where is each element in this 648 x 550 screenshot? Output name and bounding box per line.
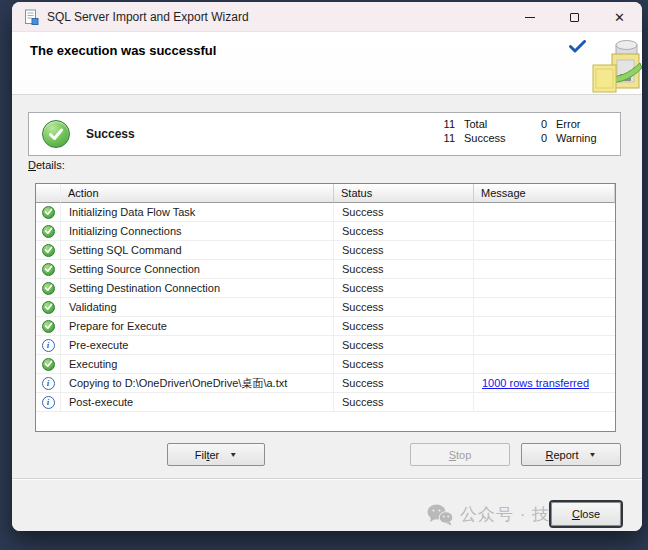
info-icon: i [42, 396, 55, 409]
row-action: Pre-execute [61, 336, 334, 354]
execution-stats: 11 Total 0 Error 11 Success 0 Warning [435, 118, 608, 144]
row-status: Success [334, 260, 474, 278]
close-button[interactable]: Close [551, 502, 621, 526]
table-row[interactable]: ValidatingSuccess [36, 298, 615, 317]
row-action: Executing [61, 355, 334, 373]
report-button[interactable]: Report ▼ [521, 443, 621, 466]
window-close-button[interactable]: ✕ [597, 2, 642, 32]
table-header: Action Status Message [36, 184, 615, 203]
stat-warning-label: Warning [556, 132, 608, 144]
success-icon [42, 320, 55, 333]
summary-panel: Success 11 Total 0 Error 11 Success 0 Wa… [28, 112, 621, 156]
minimize-button[interactable] [507, 2, 552, 32]
details-table-rows: Initializing Data Flow TaskSuccessInitia… [36, 203, 615, 412]
row-action: Prepare for Execute [61, 317, 334, 335]
success-icon [42, 206, 55, 219]
rows-transferred-link[interactable]: 1000 rows transferred [482, 377, 589, 389]
row-action: Setting Source Connection [61, 260, 334, 278]
header-banner: The execution was successful [12, 32, 642, 95]
row-status: Success [334, 279, 474, 297]
row-action: Post-execute [61, 393, 334, 411]
column-header-message[interactable]: Message [474, 184, 615, 203]
wizard-window: SQL Server Import and Export Wizard ✕ Th… [12, 2, 642, 531]
table-row[interactable]: Setting Destination ConnectionSuccess [36, 279, 615, 298]
row-status: Success [334, 393, 474, 411]
stat-error-label: Error [556, 118, 608, 130]
column-header-status[interactable]: Status [334, 184, 474, 203]
details-label: Details: [28, 159, 65, 171]
row-status: Success [334, 374, 474, 392]
row-status: Success [334, 222, 474, 240]
table-row[interactable]: Initializing ConnectionsSuccess [36, 222, 615, 241]
details-table[interactable]: Action Status Message Initializing Data … [35, 183, 616, 432]
column-header-action[interactable]: Action [61, 184, 334, 203]
row-action: Copying to D:\OneDriver\OneDrive\桌面\a.tx… [61, 374, 334, 392]
chevron-down-icon: ▼ [229, 451, 237, 459]
stop-button[interactable]: Stop [410, 443, 510, 466]
success-icon [42, 225, 55, 238]
success-icon [42, 301, 55, 314]
column-header-icon[interactable] [36, 184, 61, 203]
window-title: SQL Server Import and Export Wizard [47, 10, 249, 24]
divider [12, 478, 642, 480]
row-action: Validating [61, 298, 334, 316]
page-title: The execution was successful [30, 43, 216, 58]
success-check-icon [42, 120, 70, 148]
table-row[interactable]: Initializing Data Flow TaskSuccess [36, 203, 615, 222]
maximize-icon [570, 13, 579, 22]
row-action: Initializing Data Flow Task [61, 203, 334, 221]
table-row[interactable]: Setting SQL CommandSuccess [36, 241, 615, 260]
table-row[interactable]: iPre-executeSuccess [36, 336, 615, 355]
wechat-icon [427, 504, 453, 526]
success-icon [42, 244, 55, 257]
app-icon [23, 9, 39, 25]
minimize-icon [525, 17, 535, 18]
row-status: Success [334, 203, 474, 221]
row-status: Success [334, 317, 474, 335]
info-icon: i [42, 339, 55, 352]
info-icon: i [42, 377, 55, 390]
stat-total-label: Total [464, 118, 526, 130]
table-row[interactable]: iPost-executeSuccess [36, 393, 615, 412]
row-action: Initializing Connections [61, 222, 334, 240]
wizard-graphic [592, 39, 642, 95]
row-status: Success [334, 336, 474, 354]
blue-check-icon [569, 40, 586, 53]
row-status: Success [334, 298, 474, 316]
dialog-body: Success 11 Total 0 Error 11 Success 0 Wa… [12, 95, 642, 531]
row-action: Setting Destination Connection [61, 279, 334, 297]
filter-button[interactable]: Filter ▼ [167, 443, 265, 466]
success-icon [42, 263, 55, 276]
table-row[interactable]: Setting Source ConnectionSuccess [36, 260, 615, 279]
stat-warning-value: 0 [535, 132, 547, 144]
stat-success-label: Success [464, 132, 526, 144]
row-status: Success [334, 355, 474, 373]
title-bar[interactable]: SQL Server Import and Export Wizard ✕ [12, 2, 642, 32]
success-icon [42, 282, 55, 295]
stat-error-value: 0 [535, 118, 547, 130]
table-row[interactable]: iCopying to D:\OneDriver\OneDrive\桌面\a.t… [36, 374, 615, 393]
success-icon [42, 358, 55, 371]
stat-total-value: 11 [435, 118, 455, 130]
table-row[interactable]: ExecutingSuccess [36, 355, 615, 374]
stat-success-value: 11 [435, 132, 455, 144]
row-status: Success [334, 241, 474, 259]
summary-status-label: Success [86, 127, 135, 141]
table-row[interactable]: Prepare for ExecuteSuccess [36, 317, 615, 336]
close-icon: ✕ [614, 11, 625, 24]
maximize-button[interactable] [552, 2, 597, 32]
chevron-down-icon: ▼ [589, 451, 597, 459]
row-action: Setting SQL Command [61, 241, 334, 259]
